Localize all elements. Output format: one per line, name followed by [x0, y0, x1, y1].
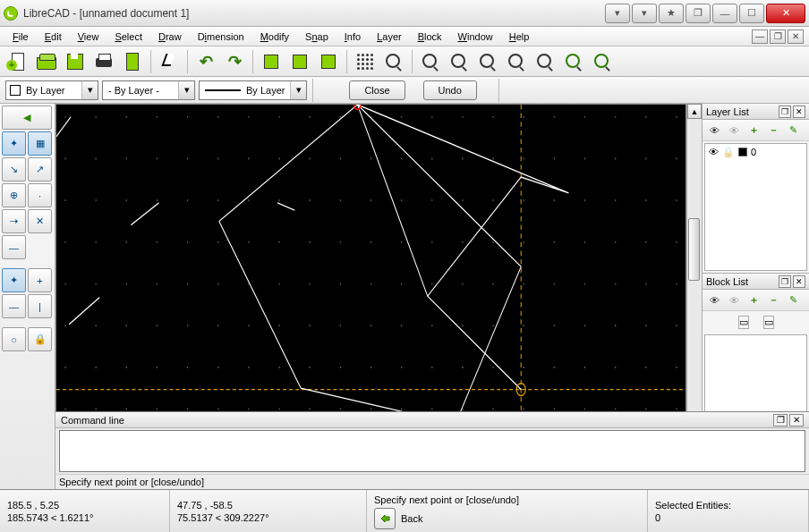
menu-window[interactable]: Window: [451, 30, 500, 44]
vertical-scroll-thumb[interactable]: [688, 218, 700, 281]
new-button[interactable]: [5, 49, 30, 74]
layer-list-header[interactable]: Layer List ❐ ✕: [703, 104, 809, 120]
layer-color-combo[interactable]: By Layer ▾: [5, 80, 98, 100]
redo-button[interactable]: [222, 49, 247, 74]
snap-coord-button[interactable]: —: [2, 235, 26, 259]
menu-block[interactable]: Block: [411, 30, 449, 44]
layer-lock-icon[interactable]: 🔒: [722, 147, 735, 158]
zoom-redraw-button[interactable]: [381, 49, 406, 74]
block-list-undock-button[interactable]: ❐: [779, 275, 791, 288]
svg-point-156: [340, 408, 342, 410]
zoom-prev-button[interactable]: [504, 49, 529, 74]
snap-on-entity-button[interactable]: ↗: [28, 157, 52, 182]
block-list-header[interactable]: Block List ❐ ✕: [703, 274, 809, 290]
status-back-button[interactable]: [374, 508, 396, 529]
layer-visibility-icon[interactable]: 👁: [709, 147, 719, 157]
sys-skin2-button[interactable]: ▾: [632, 4, 657, 23]
menu-snap[interactable]: Snap: [298, 30, 336, 44]
sys-skin1-button[interactable]: ▾: [605, 4, 630, 23]
command-undock-button[interactable]: ❐: [773, 414, 788, 426]
pointer-button[interactable]: [157, 49, 182, 74]
layer-row[interactable]: 👁 🔒 0: [705, 144, 806, 160]
svg-point-123: [615, 325, 617, 326]
zoom-window-button[interactable]: [532, 49, 558, 74]
block-show-all-button[interactable]: 👁: [704, 291, 724, 309]
print-preview-button[interactable]: [120, 49, 145, 74]
relative-zero-button[interactable]: ○: [2, 327, 26, 351]
block-insert-button[interactable]: ▭: [763, 316, 774, 329]
layer-show-all-button[interactable]: 👁: [704, 122, 724, 139]
layer-add-button[interactable]: ＋: [744, 122, 763, 139]
zoom-in-button[interactable]: [418, 49, 443, 74]
menu-select[interactable]: Select: [107, 30, 149, 44]
layer-list-undock-button[interactable]: ❐: [779, 106, 791, 118]
zoom-pan-button[interactable]: [561, 49, 586, 74]
svg-point-140: [492, 367, 494, 368]
menu-edit[interactable]: Edit: [38, 30, 69, 44]
sys-extra-button[interactable]: ❐: [686, 4, 711, 23]
mdi-restore-button[interactable]: ❐: [770, 30, 786, 44]
layer-edit-button[interactable]: ✎: [783, 122, 803, 139]
block-list-close-button[interactable]: ✕: [793, 275, 805, 288]
block-edit-button[interactable]: ✎: [783, 291, 803, 309]
layer-remove-button[interactable]: －: [763, 122, 783, 139]
minimize-button[interactable]: —: [712, 4, 737, 23]
zoom-out-button[interactable]: [447, 49, 472, 74]
polyline-undo-button[interactable]: Undo: [423, 80, 477, 100]
zoom-select-button[interactable]: [590, 49, 615, 74]
restrict-orthogonal-button[interactable]: +: [28, 268, 52, 292]
grid-toggle-button[interactable]: [353, 49, 378, 74]
block-hide-all-button[interactable]: 👁: [724, 291, 744, 309]
restrict-horizontal-button[interactable]: ―: [2, 294, 26, 318]
copy-button[interactable]: [287, 49, 312, 74]
scroll-up-button[interactable]: ▲: [687, 104, 702, 119]
layer-list-body[interactable]: 👁 🔒 0: [704, 143, 807, 271]
menu-file[interactable]: File: [5, 30, 36, 44]
restrict-nothing-button[interactable]: ✦: [2, 268, 26, 292]
svg-point-151: [187, 408, 189, 410]
print-button[interactable]: [91, 49, 116, 74]
snap-middle-button[interactable]: ·: [28, 183, 52, 207]
layer-hide-all-button[interactable]: 👁: [724, 122, 744, 139]
snap-center-button[interactable]: ⊕: [2, 183, 26, 207]
polyline-close-button[interactable]: Close: [349, 80, 404, 100]
block-remove-button[interactable]: －: [763, 291, 783, 309]
command-line-header[interactable]: Command line ❐ ✕: [55, 412, 809, 428]
snap-intersection-button[interactable]: ✕: [28, 209, 52, 233]
save-button[interactable]: [63, 49, 88, 74]
layer-list-close-button[interactable]: ✕: [793, 106, 805, 118]
block-rename-button[interactable]: ▭: [738, 316, 749, 329]
mdi-minimize-button[interactable]: —: [752, 30, 768, 44]
menu-layer[interactable]: Layer: [370, 30, 409, 44]
command-close-button[interactable]: ✕: [789, 414, 804, 426]
zoom-auto-button[interactable]: [475, 49, 500, 74]
undo-button[interactable]: [193, 49, 218, 74]
command-prompt[interactable]: Specify next point or [close/undo]: [55, 474, 809, 489]
maximize-button[interactable]: ☐: [739, 4, 764, 23]
menu-info[interactable]: Info: [337, 30, 368, 44]
block-add-button[interactable]: ＋: [744, 291, 763, 309]
tool-back-button[interactable]: ◀: [2, 106, 52, 130]
snap-free-button[interactable]: ✦: [2, 131, 26, 156]
mdi-close-button[interactable]: ✕: [788, 30, 804, 44]
restrict-vertical-button[interactable]: |: [28, 294, 52, 318]
menu-help[interactable]: Help: [502, 30, 537, 44]
snap-endpoint-button[interactable]: ↘: [2, 157, 26, 182]
svg-point-106: [95, 325, 97, 326]
menu-view[interactable]: View: [71, 30, 106, 44]
paste-button[interactable]: [316, 49, 341, 74]
lock-relative-zero-button[interactable]: 🔒: [28, 327, 52, 351]
command-history[interactable]: [59, 430, 805, 472]
close-window-button[interactable]: ✕: [766, 4, 805, 23]
sys-star-button[interactable]: ★: [659, 4, 684, 23]
menu-draw[interactable]: Draw: [151, 30, 189, 44]
line-width-combo[interactable]: - By Layer - ▾: [102, 80, 195, 100]
snap-distance-button[interactable]: ⇢: [2, 209, 26, 233]
snap-grid-button[interactable]: ▦: [28, 131, 52, 156]
cut-button[interactable]: [259, 49, 284, 74]
open-button[interactable]: [34, 49, 59, 74]
menu-dimension[interactable]: Dimension: [191, 30, 251, 44]
menu-modify[interactable]: Modify: [253, 30, 296, 44]
line-type-combo[interactable]: By Layer ▾: [199, 80, 307, 100]
svg-point-142: [554, 367, 556, 368]
